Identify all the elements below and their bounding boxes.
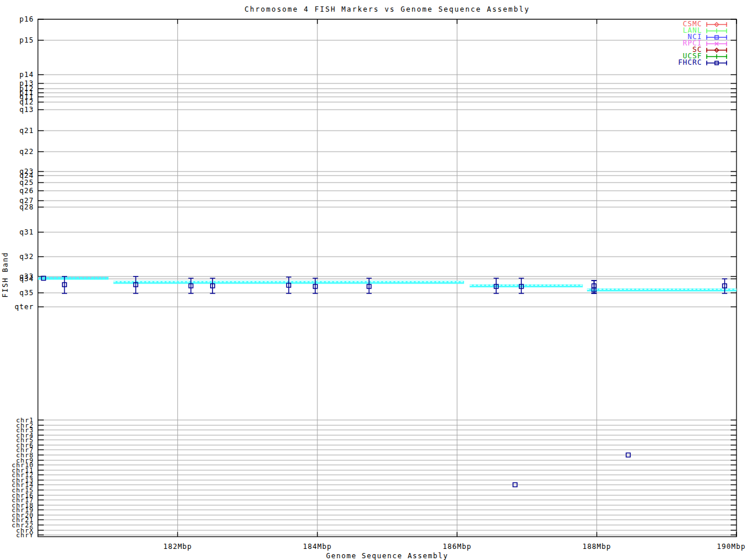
legend-entry-fhcrc: FHCRC — [678, 60, 728, 66]
legend-sample-square-icon — [706, 60, 728, 66]
x-tick-label-190Mbp: 190Mbp — [717, 542, 745, 551]
legend-entry-rpci: RPCI — [678, 40, 728, 47]
y-tick-label-q13: q13 — [19, 106, 34, 114]
x-tick-label-182Mbp: 182Mbp — [163, 542, 192, 551]
legend: CSMCLANLNCIRPCISCUCSFFHCRC — [678, 21, 728, 66]
x-tick-label-188Mbp: 188Mbp — [582, 542, 611, 551]
y-tick-label-q21: q21 — [19, 127, 34, 135]
y-tick-label-q12: q12 — [19, 98, 34, 106]
y-tick-label-p16: p16 — [19, 15, 34, 23]
y-tick-label-q35: q35 — [19, 289, 34, 297]
y-tick-label-p14: p14 — [19, 71, 34, 79]
y-tick-label-q34: q34 — [19, 275, 34, 283]
chart-canvas: Chromosome 4 FISH Markers vs Genome Sequ… — [0, 0, 747, 560]
y-tick-label-q28: q28 — [19, 203, 34, 211]
y-tick-label-q25: q25 — [19, 178, 34, 187]
y-tick-label-q32: q32 — [19, 253, 34, 261]
x-tick-label-184Mbp: 184Mbp — [303, 542, 331, 551]
y-tick-label-p15: p15 — [19, 36, 34, 44]
y-tick-label-q22: q22 — [19, 148, 34, 156]
y-tick-label-qter: qter — [15, 303, 34, 311]
legend-entry-lanl: LANL — [678, 27, 728, 34]
y-tick-label-q31: q31 — [19, 228, 34, 236]
legend-label: FHCRC — [678, 60, 702, 66]
y-tick-label-q26: q26 — [19, 187, 34, 195]
plot-area: p16p15p14p13p12p11q11q12q13q21q22q23q24q… — [0, 0, 747, 560]
x-tick-label-186Mbp: 186Mbp — [443, 542, 472, 551]
y-tick-label-chrY: chrY — [16, 531, 34, 539]
